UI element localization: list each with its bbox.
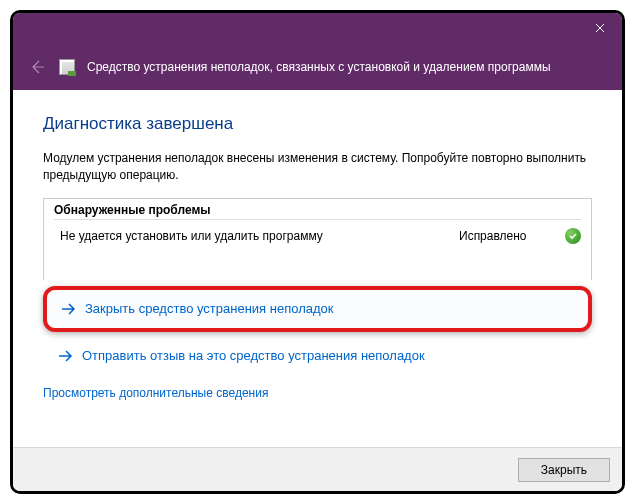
back-button[interactable] xyxy=(27,57,47,77)
problem-status: Исправлено xyxy=(459,229,559,243)
problems-panel: Обнаруженные проблемы Не удается установ… xyxy=(43,198,592,280)
close-button[interactable]: Закрыть xyxy=(518,458,610,482)
window-close-button[interactable] xyxy=(577,13,622,43)
send-feedback-label: Отправить отзыв на это средство устранен… xyxy=(82,348,425,363)
close-troubleshooter-link[interactable]: Закрыть средство устранения неполадок xyxy=(43,286,592,332)
problem-row: Не удается установить или удалить програ… xyxy=(54,226,581,246)
page-heading: Диагностика завершена xyxy=(43,114,592,134)
send-feedback-link[interactable]: Отправить отзыв на это средство устранен… xyxy=(43,336,592,376)
header-title: Средство устранения неполадок, связанных… xyxy=(87,60,551,74)
titlebar xyxy=(13,13,622,43)
view-details-link[interactable]: Просмотреть дополнительные сведения xyxy=(43,386,268,400)
app-icon xyxy=(59,59,75,75)
header-bar: Средство устранения неполадок, связанных… xyxy=(13,43,622,90)
window: Средство устранения неполадок, связанных… xyxy=(10,10,625,494)
status-fixed-icon xyxy=(565,228,581,244)
arrow-right-icon xyxy=(59,300,77,318)
close-troubleshooter-label: Закрыть средство устранения неполадок xyxy=(85,301,333,316)
close-icon xyxy=(595,23,605,33)
back-arrow-icon xyxy=(29,59,45,75)
arrow-right-icon xyxy=(56,347,74,365)
page-subtext: Модулем устранения неполадок внесены изм… xyxy=(43,150,592,184)
check-icon xyxy=(568,231,578,241)
content-area: Диагностика завершена Модулем устранения… xyxy=(13,90,622,447)
problem-name: Не удается установить или удалить програ… xyxy=(54,229,459,243)
problems-header: Обнаруженные проблемы xyxy=(54,203,581,220)
footer-bar: Закрыть xyxy=(13,447,622,491)
